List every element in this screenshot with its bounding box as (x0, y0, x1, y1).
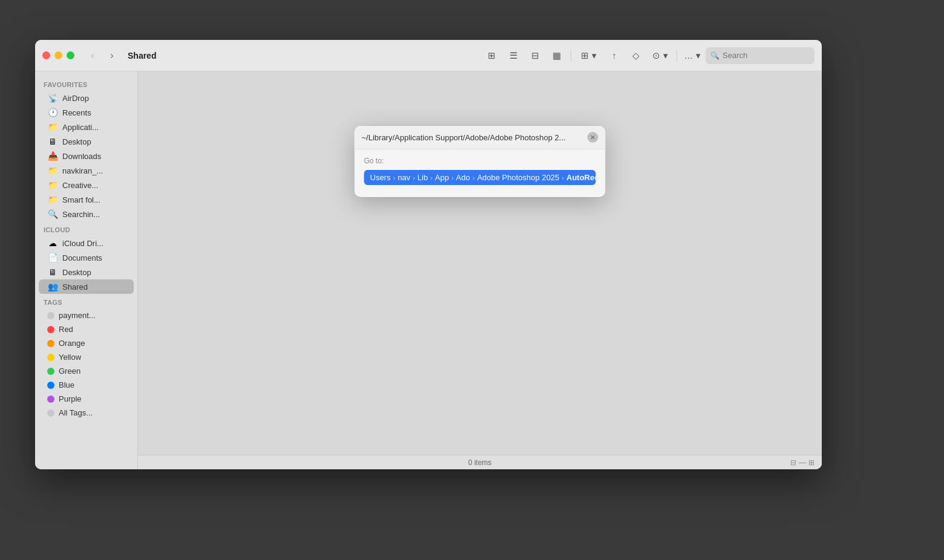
breadcrumb-sep-1: › (393, 174, 395, 181)
sidebar-item-desktop[interactable]: 🖥 Desktop (39, 134, 134, 149)
sidebar-item-tag-red[interactable]: Red (39, 322, 134, 336)
icloud-drive-icon: ☁ (47, 238, 58, 248)
search-input[interactable] (723, 51, 810, 60)
dialog-path: ~/Library/Application Support/Adobe/Adob… (362, 133, 583, 142)
status-bar-controls: ⊟ — ⊞ (790, 458, 815, 467)
tag-button[interactable]: ◇ (626, 47, 646, 64)
shared-icon: 👥 (47, 282, 58, 291)
tag-green-dot (47, 368, 54, 375)
finder-window: ‹ › Shared ⊞ ☰ ⊟ ▦ ⊞ ▾ ↑ ◇ ⊙ ▾ … ▾ 🔍 Fav… (35, 40, 822, 469)
arrange-button[interactable]: ⊞ ▾ (575, 47, 602, 64)
tags-header: Tags (35, 294, 137, 308)
sidebar-item-searching-label: Searchin... (62, 210, 100, 219)
sidebar-item-icloud-desktop[interactable]: 🖥 Desktop (39, 265, 134, 279)
breadcrumb-ado[interactable]: Ado (456, 173, 470, 182)
sidebar-item-smartfolder-label: Smart fol... (62, 195, 100, 204)
sidebar-item-creative[interactable]: 📁 Creative... (39, 178, 134, 192)
sidebar-item-recents-label: Recents (62, 108, 91, 117)
breadcrumb-app[interactable]: App (435, 173, 449, 182)
breadcrumb-sep-2: › (413, 174, 415, 181)
sidebar-item-applications-label: Applicati... (62, 123, 99, 132)
view-gallery-button[interactable]: ▦ (547, 47, 566, 64)
traffic-lights (42, 51, 74, 59)
sidebar-item-desktop-label: Desktop (62, 137, 91, 146)
sidebar-item-all-tags[interactable]: All Tags... (39, 406, 134, 420)
dialog-body: Go to: Users › nav › Lib › App › Ado › A… (355, 149, 606, 185)
sidebar-item-tag-yellow[interactable]: Yellow (39, 350, 134, 364)
toolbar-divider-2 (677, 50, 677, 62)
sidebar-item-navkiran[interactable]: 📁 navkiran_... (39, 163, 134, 178)
sidebar-item-tag-payment-label: payment... (59, 311, 96, 320)
tag-all-dot (47, 409, 54, 417)
tag-yellow-dot (47, 354, 54, 361)
sidebar-item-tag-blue[interactable]: Blue (39, 378, 134, 392)
desktop-icon: 🖥 (47, 137, 58, 146)
sidebar-item-airdrop-label: AirDrop (62, 94, 89, 103)
breadcrumb-lib[interactable]: Lib (418, 173, 428, 182)
maximize-button[interactable] (67, 51, 74, 59)
smartfolder-icon: 📁 (47, 195, 58, 204)
forward-button[interactable]: › (103, 47, 120, 64)
view-list-button[interactable]: ☰ (503, 47, 523, 64)
minimize-button[interactable] (54, 51, 62, 59)
sidebar-item-tag-purple[interactable]: Purple (39, 392, 134, 406)
breadcrumb-autorecover[interactable]: AutoRecove (566, 173, 596, 182)
zoom-icon[interactable]: ⊟ (790, 458, 796, 467)
view-columns-button[interactable]: ⊟ (525, 47, 545, 64)
sidebar-item-shared[interactable]: 👥 Shared (39, 279, 134, 294)
sidebar-item-airdrop[interactable]: 📡 AirDrop (39, 91, 134, 105)
downloads-icon: 📥 (47, 151, 58, 161)
sidebar-item-tag-payment[interactable]: payment... (39, 308, 134, 322)
tag-blue-dot (47, 382, 54, 389)
sidebar-item-tag-purple-label: Purple (59, 394, 82, 403)
zoom-slider[interactable]: — (799, 458, 806, 467)
breadcrumb-ps2025[interactable]: Adobe Photoshop 2025 (477, 173, 559, 182)
close-button[interactable] (42, 51, 50, 59)
breadcrumb-sep-5: › (473, 174, 475, 181)
sidebar-item-recents[interactable]: 🕐 Recents (39, 105, 134, 120)
breadcrumb-sep-6: › (562, 174, 564, 181)
breadcrumb-nav[interactable]: nav (398, 173, 410, 182)
search-box[interactable]: 🔍 (706, 47, 815, 64)
main-content: ~/Library/Application Support/Adobe/Adob… (138, 71, 822, 469)
sidebar-item-downloads-label: Downloads (62, 152, 101, 161)
sidebar-item-downloads[interactable]: 📥 Downloads (39, 149, 134, 163)
sidebar: Favourites 📡 AirDrop 🕐 Recents 📁 Applica… (35, 71, 138, 469)
sidebar-item-creative-label: Creative... (62, 181, 98, 190)
search-icon: 🔍 (710, 51, 719, 60)
more-button[interactable]: … ▾ (681, 47, 703, 64)
toolbar-controls: ⊞ ☰ ⊟ ▦ ⊞ ▾ ↑ ◇ ⊙ ▾ … ▾ 🔍 (482, 47, 815, 64)
content-area: Favourites 📡 AirDrop 🕐 Recents 📁 Applica… (35, 71, 822, 469)
sidebar-item-tag-orange[interactable]: Orange (39, 336, 134, 350)
zoom-in-icon[interactable]: ⊞ (808, 458, 815, 467)
tag-orange-dot (47, 340, 54, 347)
sidebar-item-icloud-drive[interactable]: ☁ iCloud Dri... (39, 236, 134, 250)
sidebar-item-applications[interactable]: 📁 Applicati... (39, 120, 134, 134)
sidebar-item-navkiran-label: navkiran_... (62, 166, 103, 175)
creative-icon: 📁 (47, 180, 58, 190)
breadcrumb-bar[interactable]: Users › nav › Lib › App › Ado › Adobe Ph… (364, 170, 596, 185)
sidebar-item-tag-green[interactable]: Green (39, 364, 134, 378)
navkiran-icon: 📁 (47, 166, 58, 175)
sidebar-item-shared-label: Shared (62, 282, 88, 291)
action-button[interactable]: ⊙ ▾ (648, 47, 672, 64)
view-grid-button[interactable]: ⊞ (482, 47, 501, 64)
applications-icon: 📁 (47, 122, 58, 132)
nav-buttons: ‹ › (84, 47, 120, 64)
sidebar-item-searching[interactable]: 🔍 Searchin... (39, 207, 134, 221)
sidebar-item-documents-label: Documents (62, 253, 102, 262)
sidebar-item-smartfolder[interactable]: 📁 Smart fol... (39, 192, 134, 207)
sidebar-item-documents[interactable]: 📄 Documents (39, 250, 134, 265)
documents-icon: 📄 (47, 253, 58, 262)
icloud-desktop-icon: 🖥 (47, 267, 58, 277)
share-button[interactable]: ↑ (605, 47, 624, 64)
breadcrumb-users[interactable]: Users (370, 173, 391, 182)
dialog-close-button[interactable]: ✕ (588, 132, 598, 143)
toolbar: ‹ › Shared ⊞ ☰ ⊟ ▦ ⊞ ▾ ↑ ◇ ⊙ ▾ … ▾ 🔍 (35, 40, 822, 71)
searching-icon: 🔍 (47, 209, 58, 219)
back-button[interactable]: ‹ (84, 47, 101, 64)
sidebar-item-tag-blue-label: Blue (59, 380, 74, 389)
sidebar-item-tag-red-label: Red (59, 325, 73, 334)
breadcrumb-sep-3: › (430, 174, 433, 181)
sidebar-item-icloud-desktop-label: Desktop (62, 268, 91, 277)
